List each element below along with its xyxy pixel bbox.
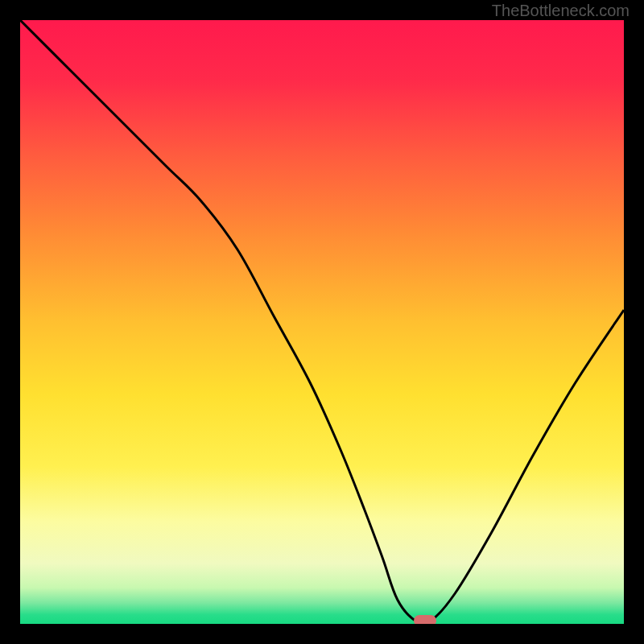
- plot-area: [20, 20, 624, 624]
- line-curve: [20, 20, 624, 624]
- minimum-marker: [414, 615, 436, 624]
- curve-path: [20, 20, 624, 624]
- watermark-text: TheBottleneck.com: [492, 2, 630, 20]
